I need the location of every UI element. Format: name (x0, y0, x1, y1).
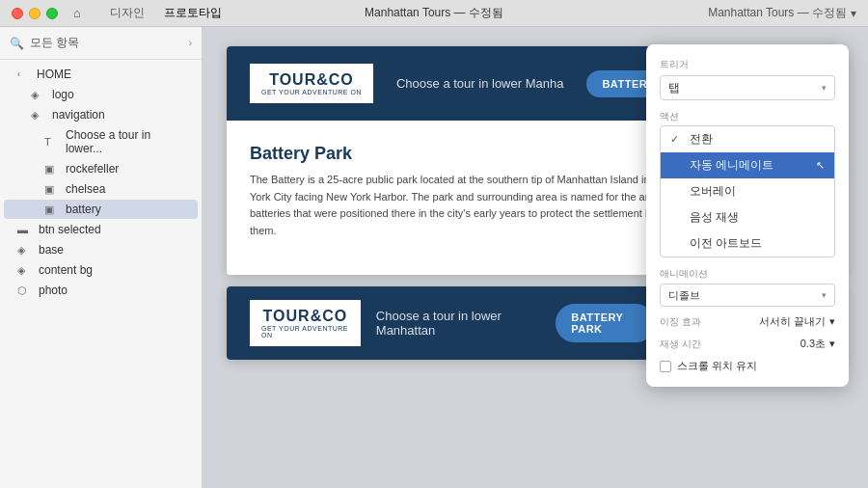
minimize-button[interactable] (29, 8, 41, 19)
close-button[interactable] (12, 8, 23, 19)
text-icon: T (44, 136, 60, 148)
traffic-lights (12, 8, 58, 19)
search-icon: 🔍 (10, 37, 24, 50)
animation-row: 애니메이션 디졸브 ▾ (660, 267, 835, 307)
duration-label: 재생 시간 (660, 338, 701, 351)
link-icon: ⬡ (17, 285, 33, 297)
action-item-auto-animate[interactable]: 자동 에니메이트 ↖ (661, 152, 834, 178)
sidebar-item-choose-text[interactable]: T Choose a tour in lower... (4, 125, 198, 158)
component-icon: ◈ (31, 89, 46, 101)
cursor-icon: ↖ (816, 159, 825, 172)
chevron-icon[interactable]: ▾ (851, 7, 856, 20)
edit-status: Manhattan Tours — 수정됨 (708, 5, 847, 21)
duration-arrow-icon: ▾ (829, 338, 835, 350)
easing-row: 이징 효과 서서히 끝내기 ▾ (660, 314, 835, 329)
sidebar-search[interactable]: 🔍 모든 항목 › (0, 27, 202, 60)
trigger-value: 탭 (668, 80, 680, 96)
content-title: Battery Park (250, 144, 686, 164)
sidebar-item-photo[interactable]: ⬡ photo (4, 281, 198, 300)
sidebar-item-base[interactable]: ◈ base (4, 240, 198, 259)
site-nav-text: Choose a tour in lower Manha (396, 76, 563, 91)
easing-arrow-icon: ▾ (829, 315, 835, 328)
duration-dropdown[interactable]: 0.3초 ▾ (800, 337, 835, 351)
duration-value: 0.3초 (800, 337, 826, 351)
action-label-2: 오버레이 (690, 183, 736, 200)
action-label-0: 전환 (690, 131, 713, 148)
sidebar-item-battery[interactable]: ▣ battery (4, 200, 198, 219)
animation-dropdown[interactable]: 디졸브 ▾ (660, 284, 835, 307)
battery-park-btn-bottom[interactable]: BATTERY PARK (556, 304, 655, 342)
sidebar-item-label: HOME (37, 68, 71, 81)
site-content-left: Battery Park The Battery is a 25-acre pu… (227, 121, 709, 275)
action-label: 액션 (660, 110, 835, 123)
sidebar-item-rockefeller[interactable]: ▣ rockefeller (4, 159, 198, 178)
action-list: ✓ 전환 자동 에니메이트 ↖ 오버레이 음성 재생 (660, 125, 835, 258)
action-item-transition[interactable]: ✓ 전환 (661, 126, 834, 152)
scroll-label: 스크롤 위치 유지 (677, 359, 757, 373)
sidebar-item-label: Choose a tour in lower... (66, 128, 188, 155)
check-icon: ✓ (670, 133, 684, 146)
home-icon[interactable]: ⌂ (73, 6, 81, 20)
easing-label: 이징 효과 (660, 315, 701, 329)
content-body: The Battery is a 25-acre public park loc… (250, 172, 686, 239)
animation-dropdown-arrow-icon: ▾ (822, 290, 827, 300)
search-arrow-icon: › (189, 38, 192, 48)
folder-icon: ▣ (44, 183, 60, 196)
scroll-checkbox-row: 스크롤 위치 유지 (660, 359, 835, 373)
action-item-prev-artboard[interactable]: 이전 아트보드 (661, 230, 834, 257)
tab-design[interactable]: 디자인 (100, 1, 154, 25)
logo-title: TOUR&CO (269, 71, 354, 89)
sidebar-item-navigation[interactable]: ◈ navigation (4, 105, 198, 124)
sidebar-nav: ‹ HOME ◈ logo ◈ navigation T Choose a to… (0, 60, 202, 488)
titlebar-right: Manhattan Tours — 수정됨 ▾ (708, 5, 856, 21)
sidebar-item-label: battery (66, 203, 101, 216)
sidebar-item-label: chelsea (66, 182, 105, 196)
tab-prototype[interactable]: 프로토타입 (154, 1, 231, 25)
logo-sub: GET YOUR ADVENTURE ON (261, 89, 362, 95)
action-item-overlay[interactable]: 오버레이 (661, 178, 834, 204)
main-content: TOUR&CO GET YOUR ADVENTURE ON Choose a t… (203, 27, 868, 488)
window-title: Manhattan Tours — 수정됨 (365, 5, 503, 21)
sidebar: 🔍 모든 항목 › ‹ HOME ◈ logo ◈ navigation T C… (0, 27, 203, 488)
logo-box-bottom: TOUR&CO GET YOUR ADVENTURE ON (250, 300, 361, 346)
sidebar-item-label: rockefeller (66, 162, 119, 176)
titlebar-tabs: 디자인 프로토타입 (100, 1, 231, 25)
sidebar-item-label: logo (52, 88, 74, 101)
interaction-panel: 트리거 탭 ▾ 액션 ✓ 전환 자동 에니메이트 ↖ 오버레이 (646, 44, 849, 387)
trigger-dropdown[interactable]: 탭 ▾ (660, 75, 835, 100)
easing-dropdown[interactable]: 서서히 끝내기 ▾ (759, 314, 835, 329)
sidebar-item-label: btn selected (39, 223, 101, 236)
search-text: 모든 항목 (30, 35, 189, 51)
folder-icon: ▣ (44, 163, 60, 176)
sidebar-item-label: photo (39, 284, 68, 297)
logo-box: TOUR&CO GET YOUR ADVENTURE ON (250, 64, 373, 103)
sidebar-item-label: navigation (52, 108, 105, 122)
sidebar-item-home[interactable]: ‹ HOME (4, 65, 198, 84)
scroll-checkbox[interactable] (660, 361, 671, 372)
action-label-1: 자동 에니메이트 (690, 157, 773, 174)
sidebar-item-label: base (39, 243, 64, 257)
sidebar-item-label: content bg (39, 263, 93, 277)
maximize-button[interactable] (46, 8, 58, 19)
action-label-4: 이전 아트보드 (690, 235, 762, 252)
group-icon: ◈ (17, 244, 33, 257)
sidebar-item-btn-selected[interactable]: ▬ btn selected (4, 220, 198, 239)
sidebar-item-content-bg[interactable]: ◈ content bg (4, 260, 198, 280)
chevron-icon: ‹ (17, 69, 33, 79)
logo-title-bottom: TOUR&CO (263, 308, 348, 325)
trigger-label: 트리거 (660, 58, 835, 71)
sidebar-item-logo[interactable]: ◈ logo (4, 85, 198, 104)
logo-sub-bottom: GET YOUR ADVENTURE ON (261, 325, 349, 339)
animation-value: 디졸브 (668, 288, 700, 303)
folder-icon: ▣ (44, 203, 60, 216)
action-item-voice[interactable]: 음성 재생 (661, 204, 834, 230)
rect-icon: ▬ (17, 224, 33, 235)
app-body: 🔍 모든 항목 › ‹ HOME ◈ logo ◈ navigation T C… (0, 27, 868, 488)
group-icon: ◈ (17, 264, 33, 277)
site-nav-text-bottom: Choose a tour in lower Manhattan (376, 309, 540, 338)
animation-label: 애니메이션 (660, 267, 835, 281)
trigger-dropdown-arrow-icon: ▾ (822, 83, 827, 93)
sidebar-item-chelsea[interactable]: ▣ chelsea (4, 179, 198, 199)
action-label-3: 음성 재생 (690, 209, 739, 226)
easing-value: 서서히 끝내기 (759, 314, 826, 329)
